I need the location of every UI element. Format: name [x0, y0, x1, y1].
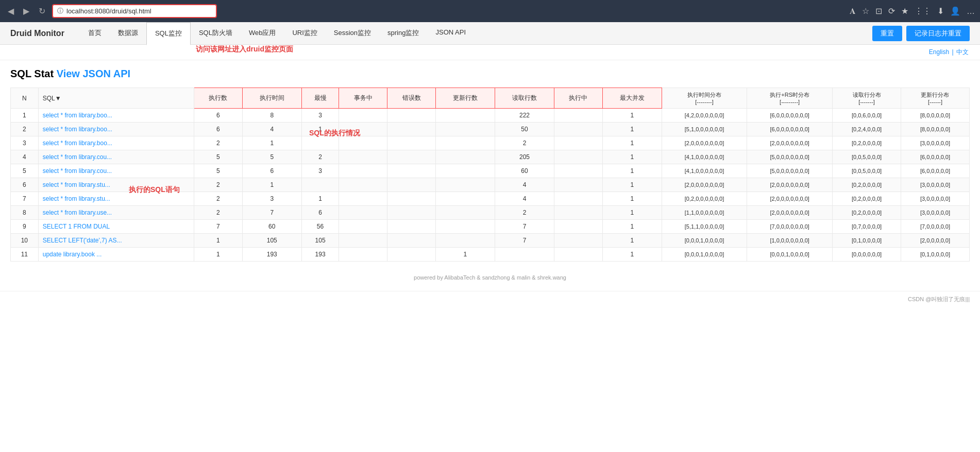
cell-sql[interactable]: select * from library.stu... [38, 192, 194, 206]
download-icon: ⬇ [937, 6, 944, 16]
cell-sql[interactable]: select * from library.boo... [38, 136, 194, 150]
cell-sql[interactable]: select * from library.stu... [38, 178, 194, 192]
back-button[interactable]: ◀ [5, 5, 16, 17]
page-title: SQL Stat View JSON API [10, 68, 970, 80]
cell-update-dist: [3,0,0,0,0,0] [901, 206, 969, 220]
nav-item-datasource[interactable]: 数据源 [110, 22, 146, 45]
cell-sql[interactable]: select * from library.boo... [38, 123, 194, 136]
cell-exec-time: 5 [242, 150, 301, 164]
cell-read-dist: [0,0,6,0,0,0] [833, 109, 901, 123]
cell-read-dist: [0,1,0,0,0,0] [833, 234, 901, 248]
cell-executing [554, 234, 602, 248]
col-exec-time: 执行时间 [242, 88, 301, 109]
nav-item-spring[interactable]: spring监控 [379, 22, 427, 45]
cell-exec-count: 2 [194, 192, 242, 206]
lang-chinese[interactable]: 中文 [956, 48, 969, 56]
cell-transaction [339, 234, 387, 248]
cell-sql[interactable]: select * from library.boo... [38, 109, 194, 123]
col-sql: SQL▼ [38, 88, 194, 109]
cell-transaction [339, 123, 387, 136]
cell-exec-time: 105 [242, 234, 301, 248]
lang-english[interactable]: English [929, 48, 949, 56]
cell-n: 10 [11, 234, 39, 248]
top-nav: Druid Monitor 首页 数据源 SQL监控 SQL防火墙 Web应用 … [0, 22, 980, 45]
col-n: N [11, 88, 39, 109]
refresh-button[interactable]: ↻ [36, 5, 48, 17]
nav-item-session[interactable]: Session监控 [326, 22, 379, 45]
cell-executing [554, 123, 602, 136]
cell-sql[interactable]: select * from library.cou... [38, 150, 194, 164]
brand-name: Druid Monitor [10, 29, 64, 38]
nav-item-webapp[interactable]: Web应用 [241, 22, 284, 45]
cell-transaction [339, 164, 387, 178]
nav-item-firewall[interactable]: SQL防火墙 [191, 22, 241, 45]
nav-item-jsonapi[interactable]: JSON API [427, 22, 474, 45]
table-row: 8 select * from library.use... 2 7 6 2 1… [11, 206, 970, 220]
cell-sql[interactable]: SELECT LEFT('date',7) AS... [38, 234, 194, 248]
cell-exec-rs-dist: [2,0,0,0,0,0,0,0] [747, 206, 833, 220]
cell-sql[interactable]: select * from library.cou... [38, 164, 194, 178]
forward-button[interactable]: ▶ [21, 5, 32, 17]
cell-executing [554, 248, 602, 262]
nav-item-uri[interactable]: URI监控 [284, 22, 325, 45]
cell-update-dist: [7,0,0,0,0,0] [901, 220, 969, 234]
cell-n: 7 [11, 192, 39, 206]
cell-sql[interactable]: update library.book ... [38, 248, 194, 262]
cell-update-rows [435, 220, 495, 234]
reset-button[interactable]: 重置 [872, 26, 902, 41]
cell-exec-rs-dist: [1,0,0,0,0,0,0,0] [747, 234, 833, 248]
cell-slowest: 1 [301, 123, 339, 136]
cell-exec-count: 1 [194, 248, 242, 262]
cell-read-dist: [0,0,5,0,0,0] [833, 164, 901, 178]
col-executing: 执行中 [554, 88, 602, 109]
cell-exec-time: 6 [242, 164, 301, 178]
bookmark-icon: ★ [901, 6, 908, 16]
cell-update-rows [435, 136, 495, 150]
cell-exec-time: 60 [242, 220, 301, 234]
table-row: 2 select * from library.boo... 6 4 1 50 … [11, 123, 970, 136]
cell-exec-rs-dist: [2,0,0,0,0,0,0,0] [747, 136, 833, 150]
cell-exec-rs-dist: [6,0,0,0,0,0,0,0] [747, 109, 833, 123]
cell-update-dist: [8,0,0,0,0,0] [901, 123, 969, 136]
cell-slowest: 105 [301, 234, 339, 248]
cell-time-dist: [0,2,0,0,0,0,0,0] [662, 192, 747, 206]
title-link[interactable]: View JSON API [57, 68, 130, 79]
log-reset-button[interactable]: 记录日志并重置 [906, 26, 970, 41]
cell-max-concurrent: 1 [602, 192, 662, 206]
cell-sql[interactable]: select * from library.use... [38, 206, 194, 220]
cell-transaction [339, 109, 387, 123]
cell-max-concurrent: 1 [602, 109, 662, 123]
cell-error [387, 178, 436, 192]
cell-transaction [339, 206, 387, 220]
cell-time-dist: [4,1,0,0,0,0,0,0] [662, 150, 747, 164]
cell-exec-count: 6 [194, 109, 242, 123]
cell-exec-rs-dist: [7,0,0,0,0,0,0,0] [747, 220, 833, 234]
cell-read-rows: 205 [495, 150, 554, 164]
cell-n: 3 [11, 136, 39, 150]
cell-read-rows: 2 [495, 206, 554, 220]
address-bar[interactable]: ⓘ localhost:8080/druid/sql.html [52, 4, 217, 18]
cell-exec-count: 5 [194, 150, 242, 164]
cell-read-rows: 4 [495, 178, 554, 192]
cell-update-rows [435, 234, 495, 248]
cell-exec-rs-dist: [6,0,0,0,0,0,0,0] [747, 123, 833, 136]
lang-separator: | [952, 48, 954, 56]
cell-sql[interactable]: SELECT 1 FROM DUAL [38, 220, 194, 234]
cell-n: 9 [11, 220, 39, 234]
lang-bar: English | 中文 [0, 45, 980, 60]
cell-exec-rs-dist: [5,0,0,0,0,0,0,0] [747, 164, 833, 178]
csdn-watermark: CSDN @叫独泪了无痕||| [0, 291, 980, 307]
browser-menu-icon: ⋮⋮ [915, 6, 931, 16]
cell-transaction [339, 248, 387, 262]
nav-item-home[interactable]: 首页 [80, 22, 110, 45]
nav-items: 首页 数据源 SQL监控 SQL防火墙 Web应用 URI监控 Session监… [80, 22, 474, 45]
cell-exec-count: 6 [194, 123, 242, 136]
cell-exec-time: 1 [242, 136, 301, 150]
cell-update-dist: [8,0,0,0,0,0] [901, 109, 969, 123]
cell-error [387, 164, 436, 178]
cell-executing [554, 109, 602, 123]
cell-executing [554, 136, 602, 150]
col-read-dist: 读取行分布[-------] [833, 88, 901, 109]
nav-item-sql[interactable]: SQL监控 [146, 22, 191, 45]
cell-slowest: 56 [301, 220, 339, 234]
